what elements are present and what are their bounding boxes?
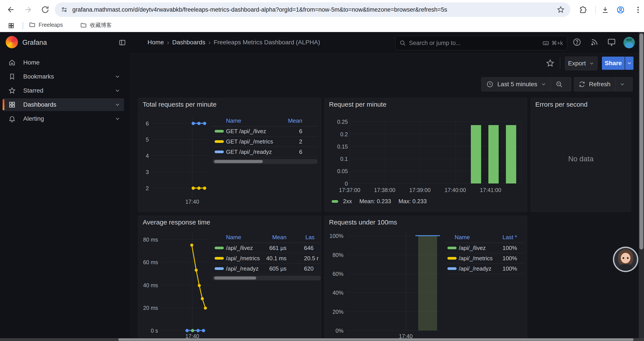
legend-name[interactable]: /api/_/livez (459, 245, 486, 251)
sidebar-item-alerting[interactable]: Alerting (3, 112, 124, 125)
y-tick: 20% (325, 309, 344, 315)
panel-errors-per-second[interactable]: Errors per second No data (531, 98, 631, 212)
refresh-label[interactable]: Refresh (589, 81, 610, 88)
monitor-icon[interactable] (607, 38, 616, 47)
panel-title[interactable]: Request per minute (329, 101, 386, 108)
brand-title: Grafana (22, 39, 47, 47)
legend-header-name[interactable]: Name (454, 234, 470, 241)
panel-requests-under-100ms[interactable]: Requests under 100ms 100% 80% 60% 40% 20… (324, 216, 527, 338)
gridline (350, 122, 522, 122)
legend-value: 605 µs (254, 265, 286, 272)
legend-name[interactable]: GET /api/_/metrics (226, 138, 273, 145)
url-bar[interactable]: grafana.mathmast.com/d/deytv4rwavabkb/fr… (55, 3, 570, 17)
panel-title[interactable]: Average response time (143, 219, 210, 226)
panel-title[interactable]: Errors per second (535, 101, 588, 108)
x-tick: 17:40 (181, 333, 203, 338)
folder-icon (29, 22, 36, 28)
legend-name[interactable]: GET /api/_/readyz (226, 149, 272, 155)
x-tick: 17:40:00 (442, 187, 468, 193)
chevron-down-icon[interactable] (114, 88, 120, 94)
bookmark-folder-freeleaps[interactable]: Freeleaps (29, 22, 63, 28)
table-divider (446, 243, 524, 243)
panel-title[interactable]: Total requests per minute (143, 101, 216, 108)
download-icon[interactable] (601, 6, 609, 14)
back-icon[interactable] (6, 5, 15, 14)
table-divider (212, 253, 321, 253)
chevron-down-icon[interactable] (114, 116, 120, 122)
breadcrumb-dashboards[interactable]: Dashboards (172, 39, 206, 46)
legend-scrollbar[interactable] (212, 159, 318, 164)
horizontal-scrollbar[interactable] (0, 338, 644, 341)
panel-total-requests[interactable]: Total requests per minute 6 5 4 3 2 17:4… (138, 98, 321, 212)
y-tick: 0 s (138, 327, 158, 334)
bookmark-star-icon[interactable] (557, 6, 565, 14)
legend-swatch (214, 130, 224, 133)
legend-header-name[interactable]: Name (226, 117, 241, 124)
legend-header-mean[interactable]: Mean (270, 117, 302, 124)
site-settings-icon[interactable] (60, 6, 68, 14)
vertical-scrollbar[interactable] (639, 32, 644, 338)
panel-title[interactable]: Requests under 100ms (329, 219, 397, 226)
y-tick: 80 ms (138, 237, 158, 243)
legend-name[interactable]: GET /api/_/livez (226, 128, 266, 135)
assistant-avatar[interactable] (613, 247, 638, 272)
sidebar-item-dashboards[interactable]: Dashboards (3, 98, 124, 111)
reload-icon[interactable] (41, 5, 50, 14)
sidebar-item-home[interactable]: Home (3, 56, 124, 69)
export-button[interactable]: Export (565, 57, 598, 70)
gridline (406, 231, 406, 330)
legend-name[interactable]: /api/_/livez (226, 245, 253, 251)
refresh-icon[interactable] (578, 81, 586, 88)
chevron-down-icon[interactable] (114, 102, 120, 108)
gridline (192, 117, 192, 198)
bookmarks-divider (22, 22, 23, 30)
share-button[interactable]: Share (602, 57, 625, 70)
gridline (152, 139, 209, 140)
y-tick: 0 (325, 181, 348, 187)
legend-header-last[interactable]: Las (305, 234, 314, 241)
legend-scrollbar-thumb[interactable] (214, 276, 256, 279)
zoom-out-icon[interactable] (556, 81, 563, 88)
legend-name[interactable]: /api/_/readyz (226, 265, 259, 272)
panel-request-per-minute[interactable]: Request per minute 0.25 0.2 0.15 0.1 0.0… (324, 98, 527, 212)
legend-scrollbar-thumb[interactable] (214, 160, 263, 163)
legend-name[interactable]: 2xx (343, 198, 352, 205)
data-point (191, 329, 194, 332)
legend-header-name[interactable]: Name (226, 234, 241, 241)
sidebar-item-bookmarks[interactable]: Bookmarks (3, 70, 124, 83)
horizontal-scrollbar-thumb[interactable] (118, 338, 634, 341)
sidebar-item-starred[interactable]: Starred (3, 84, 124, 97)
share-dropdown-button[interactable] (625, 57, 634, 70)
vertical-scrollbar-thumb[interactable] (640, 33, 643, 249)
favorite-star-icon[interactable] (546, 59, 554, 68)
breadcrumb-home[interactable]: Home (148, 39, 164, 46)
legend-scrollbar[interactable] (212, 276, 321, 280)
user-avatar[interactable] (624, 37, 635, 48)
gridline (350, 183, 522, 184)
y-tick: 0.15 (325, 144, 348, 150)
x-tick: 17:41:00 (478, 187, 504, 193)
legend-header-last[interactable]: Last * (485, 234, 517, 241)
legend-header-mean[interactable]: Mean (254, 234, 286, 241)
bookmark-folder-blogs[interactable]: 收藏博客 (80, 22, 112, 29)
url-text[interactable]: grafana.mathmast.com/d/deytv4rwavabkb/fr… (72, 6, 557, 13)
chevron-down-icon (626, 60, 632, 66)
help-icon[interactable] (572, 38, 581, 47)
legend-swatch (214, 247, 224, 249)
chevron-down-icon[interactable] (114, 74, 120, 80)
legend-swatch (332, 200, 338, 203)
profile-icon[interactable] (616, 6, 625, 14)
grafana-logo[interactable] (6, 36, 18, 48)
sidebar-collapse-icon[interactable] (118, 39, 126, 47)
table-divider (212, 243, 321, 243)
search-input[interactable]: Search or jump to... ⌘+k (395, 36, 567, 50)
browser-menu-icon[interactable] (634, 6, 642, 14)
extensions-icon[interactable] (579, 6, 587, 14)
segment-divider (615, 78, 616, 91)
panel-avg-response-time[interactable]: Average response time 80 ms 60 ms 40 ms … (138, 216, 321, 338)
forward-icon[interactable] (24, 5, 32, 14)
time-range-label[interactable]: Last 5 minutes (497, 81, 537, 88)
legend-swatch (448, 247, 456, 249)
news-rss-icon[interactable] (590, 38, 599, 47)
apps-grid-icon[interactable] (8, 22, 14, 29)
